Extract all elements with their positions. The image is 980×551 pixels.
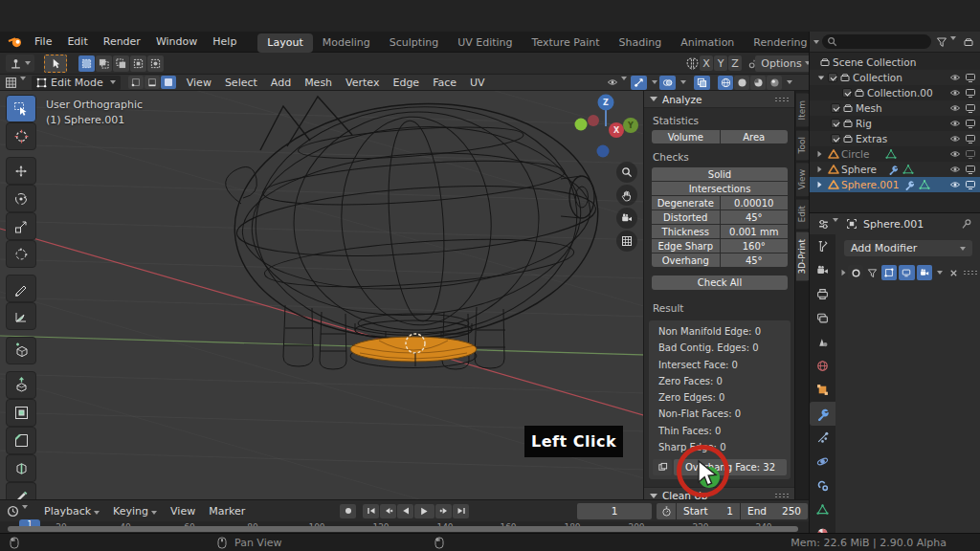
timeline-scrollbar[interactable] <box>8 526 798 532</box>
properties-editor-icon[interactable] <box>817 218 838 231</box>
play-reverse-button[interactable] <box>397 504 413 518</box>
properties-tab-modifiers[interactable] <box>810 402 835 426</box>
mirror-y-button[interactable]: Y <box>714 55 727 71</box>
check-degenerate-button[interactable]: Degenerate <box>652 196 720 209</box>
tab-modeling[interactable]: Modeling <box>313 33 380 53</box>
properties-tab-physics[interactable] <box>810 450 835 474</box>
tool-measure[interactable] <box>6 302 36 330</box>
hide-eye-icon[interactable] <box>949 148 961 160</box>
properties-tab-constraints[interactable] <box>810 474 835 497</box>
timeline-menu-marker[interactable]: Marker <box>202 505 252 518</box>
disable-viewport-icon[interactable] <box>965 148 976 160</box>
active-tool-dropdown[interactable] <box>6 55 34 72</box>
orthographic-toggle-button[interactable] <box>616 231 637 252</box>
use-preview-range-button[interactable] <box>657 503 676 519</box>
select-mode-subtract-button[interactable] <box>113 55 129 72</box>
tool-select-box[interactable] <box>6 95 36 122</box>
tool-scale[interactable] <box>6 212 36 240</box>
overlays-toggle[interactable] <box>659 76 676 90</box>
outliner-row-collection-00[interactable]: Collection.00 <box>810 85 980 100</box>
shading-wireframe-button[interactable] <box>718 76 733 90</box>
check-all-button[interactable]: Check All <box>652 276 788 290</box>
outliner-row-rig[interactable]: Rig <box>810 116 980 131</box>
modifier-realtime-toggle[interactable] <box>899 265 914 280</box>
previous-keyframe-button[interactable] <box>380 504 396 518</box>
collection-checkbox[interactable] <box>831 134 840 143</box>
properties-tab-view-layer[interactable] <box>810 306 835 330</box>
menu-file[interactable]: File <box>27 35 59 48</box>
outliner-row-sphere-001[interactable]: Sphere.001 <box>810 177 980 192</box>
current-frame-field[interactable]: 1 <box>577 503 652 519</box>
check-edge-sharp-button[interactable]: Edge Sharp <box>652 239 720 253</box>
filter-icon[interactable] <box>936 36 956 48</box>
hide-eye-icon[interactable] <box>949 164 961 175</box>
modifier-edit-mode-toggle[interactable] <box>881 265 897 280</box>
gizmos-chevron[interactable] <box>652 80 657 84</box>
menu-edit[interactable]: Edit <box>59 35 95 48</box>
disable-viewport-icon[interactable] <box>965 72 976 83</box>
tab-texture-paint[interactable]: Texture Paint <box>523 33 610 53</box>
npanel-tab-item[interactable]: Item <box>796 94 810 127</box>
camera-view-button[interactable] <box>616 208 637 229</box>
auto-keying-button[interactable] <box>340 504 356 518</box>
viewport-menu-vertex[interactable]: Vertex <box>339 77 386 89</box>
tool-transform[interactable] <box>6 240 36 268</box>
check-solid-button[interactable]: Solid <box>652 167 788 181</box>
distorted-value-field[interactable]: 45° <box>721 210 789 224</box>
viewport-menu-add[interactable]: Add <box>264 77 298 89</box>
xray-toggle[interactable] <box>694 76 710 90</box>
frame-end-field[interactable]: End250 <box>741 503 808 519</box>
tab-uv-editing[interactable]: UV Editing <box>448 33 522 53</box>
select-mode-new-button[interactable] <box>78 55 95 72</box>
tool-loop-cut[interactable] <box>6 454 36 482</box>
npanel-tab-3d-print[interactable]: 3D-Print <box>796 232 810 281</box>
overhang-value-field[interactable]: 45° <box>721 253 789 267</box>
zoom-view-button[interactable] <box>616 162 637 183</box>
outliner-row-extras[interactable]: Extras <box>810 131 980 146</box>
tab-animation[interactable]: Animation <box>671 33 744 53</box>
timeline-editor-icon[interactable] <box>7 505 28 518</box>
timeline-menu-keying[interactable]: Keying <box>106 505 164 518</box>
tool-annotate[interactable] <box>6 275 36 302</box>
check-thickness-button[interactable]: Thickness <box>652 225 720 238</box>
menu-help[interactable]: Help <box>205 35 244 48</box>
npanel-tab-edit[interactable]: Edit <box>796 199 810 229</box>
collection-checkbox[interactable] <box>831 119 840 128</box>
timeline-menu-playback[interactable]: Playback <box>37 505 106 518</box>
hide-eye-icon[interactable] <box>949 87 961 99</box>
select-mode-invert-button[interactable] <box>130 55 146 72</box>
disable-viewport-icon[interactable] <box>965 179 976 190</box>
tool-cursor[interactable] <box>6 122 36 150</box>
npanel-tab-view[interactable]: View <box>796 163 810 196</box>
hide-eye-icon[interactable] <box>949 118 961 129</box>
viewport-menu-select[interactable]: Select <box>218 77 264 89</box>
mode-dropdown[interactable]: Edit Mode <box>32 76 121 90</box>
collection-checkbox[interactable] <box>828 73 837 82</box>
outliner-row-circle[interactable]: Circle <box>810 146 980 162</box>
properties-tab-object[interactable] <box>810 378 835 402</box>
collection-checkbox[interactable] <box>831 103 840 113</box>
gizmos-toggle[interactable] <box>631 76 647 90</box>
disable-viewport-icon[interactable] <box>965 164 976 175</box>
hide-eye-icon[interactable] <box>949 102 961 114</box>
shading-material-button[interactable] <box>750 76 766 90</box>
analyze-panel-header[interactable]: Analyze <box>644 91 795 108</box>
volume-button[interactable]: Volume <box>652 130 720 143</box>
collection-checkbox[interactable] <box>842 88 852 98</box>
check-intersections-button[interactable]: Intersections <box>652 182 788 195</box>
hide-eye-icon[interactable] <box>949 72 961 83</box>
face-select-button[interactable] <box>161 76 176 89</box>
active-tool-select-box[interactable] <box>44 55 67 73</box>
outliner-search-input[interactable] <box>822 34 931 49</box>
thickness-value-field[interactable]: 0.001 mm <box>721 225 789 238</box>
edge-sharp-value-field[interactable]: 160° <box>721 239 789 253</box>
panel-grip[interactable] <box>774 97 790 102</box>
degenerate-value-field[interactable]: 0.00010 <box>721 196 789 209</box>
disable-viewport-icon[interactable] <box>965 87 976 99</box>
properties-tab-data[interactable] <box>810 497 835 521</box>
vertex-select-button[interactable] <box>128 76 144 89</box>
viewport-menu-uv[interactable]: UV <box>463 77 492 89</box>
tab-shading[interactable]: Shading <box>610 33 672 53</box>
result-select-toggle[interactable] <box>653 459 672 475</box>
add-modifier-dropdown[interactable]: Add Modifier <box>844 240 972 256</box>
